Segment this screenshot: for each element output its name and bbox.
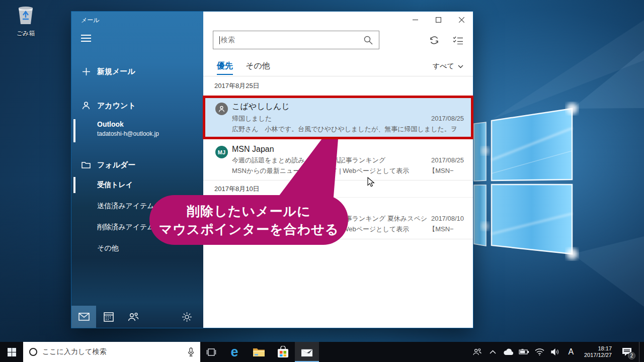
maximize-button[interactable] [427, 12, 450, 28]
date-group-header: 2017年8月25日 [203, 76, 473, 96]
close-button[interactable] [450, 12, 473, 28]
chevron-down-icon [458, 65, 463, 68]
clock-date: 2017/12/27 [584, 352, 612, 358]
folder-icon [81, 161, 91, 169]
sync-icon [429, 35, 439, 45]
onedrive-cloud-icon[interactable] [503, 342, 514, 362]
folders-section-header[interactable]: フォルダー [71, 157, 203, 172]
search-placeholder: 検索 [221, 36, 235, 45]
window-controls [404, 12, 473, 28]
task-view-button[interactable] [200, 342, 222, 362]
clock-time: 18:17 [584, 345, 612, 352]
inbox-tabs: 優先 その他 すべて [203, 60, 473, 76]
message-list-pane: 検索 優先 その他 すべて [203, 12, 473, 328]
email-subject: 今週の話題をまとめ読み！MSN人気記事ランキング 夏休みスペシャル [232, 214, 427, 223]
people-tray-icon[interactable] [472, 342, 483, 362]
hamburger-menu-icon[interactable] [81, 35, 91, 42]
people-icon [127, 312, 139, 322]
accounts-section-header[interactable]: アカウント [71, 98, 203, 113]
email-subject: 帰国しました [232, 114, 272, 123]
system-tray: A 18:17 2017/12/27 2 [472, 342, 644, 362]
taskbar-search-placeholder: ここに入力して検索 [42, 347, 107, 356]
message-list: 2017年8月25日 こばやししんじ 帰国しました 2017/08/25 広野さ… [203, 76, 473, 328]
account-selected-indicator [73, 119, 75, 142]
taskbar-search-input[interactable]: ここに入力して検索 [23, 342, 200, 362]
recycle-bin-label: ごみ箱 [10, 29, 41, 38]
email-preview: MSNからの最新ニュース&トレンド | Webページとして表示 【MSN− [232, 225, 473, 234]
mail-sidebar: メール 新規メール アカウント Outlook tadatoshi-h@outl… [71, 12, 203, 328]
taskbar: ここに入力して検索 e [0, 342, 644, 362]
taskbar-edge-button[interactable]: e [222, 342, 247, 362]
person-icon [218, 105, 225, 113]
mail-icon [301, 347, 313, 357]
avatar [215, 103, 228, 115]
windows-logo-icon [8, 348, 16, 356]
calendar-icon [104, 312, 114, 322]
folder-selected-indicator [73, 177, 75, 193]
tab-focused[interactable]: 優先 [217, 61, 233, 75]
checklist-icon [453, 36, 463, 45]
email-date: 2017/08/10 [427, 215, 464, 222]
settings-button[interactable] [175, 306, 199, 328]
email-preview: 広野さん 小林です。台風でひやひやしましたが、無事に帰国しました。ヲ [232, 125, 473, 134]
taskbar-mail-button[interactable] [295, 342, 319, 362]
email-row-msn-1[interactable]: MJ MSN Japan 今週の話題をまとめ読み！MSN人気記事ランキング 20… [203, 139, 473, 180]
microphone-icon[interactable] [188, 347, 194, 357]
email-sender: MSN Japan [232, 198, 473, 212]
edge-icon: e [230, 344, 238, 360]
calendar-view-button[interactable] [96, 306, 121, 328]
email-date: 2017/08/25 [427, 156, 464, 164]
start-button[interactable] [0, 342, 23, 362]
email-subject: 今週の話題をまとめ読み！MSN人気記事ランキング [232, 156, 385, 165]
hidden-icons-chevron[interactable] [488, 342, 499, 362]
battery-icon[interactable] [519, 342, 530, 362]
mail-view-button[interactable] [71, 306, 96, 328]
notification-count-badge: 2 [628, 352, 635, 359]
action-center-button[interactable]: 2 [619, 342, 634, 362]
filter-all-dropdown[interactable]: すべて [433, 62, 463, 71]
gear-icon [182, 312, 192, 322]
account-item-outlook[interactable]: Outlook tadatoshi-h@outlook.jp [71, 118, 203, 143]
sidebar-folder-inbox[interactable]: 受信トレイ [71, 177, 203, 193]
date-group-header: 2017年8月10日 [203, 180, 473, 198]
plus-icon [81, 67, 91, 76]
wifi-icon[interactable] [534, 342, 545, 362]
task-view-icon [206, 348, 216, 356]
taskbar-clock[interactable]: 18:17 2017/12/27 [581, 345, 615, 358]
volume-icon[interactable] [550, 342, 561, 362]
taskbar-store-button[interactable] [271, 342, 295, 362]
app-title: メール [81, 16, 100, 25]
show-desktop-button[interactable] [639, 342, 642, 362]
mail-app-window: メール 新規メール アカウント Outlook tadatoshi-h@outl… [71, 11, 473, 328]
store-icon [277, 346, 289, 358]
minimize-button[interactable] [404, 12, 427, 28]
cortana-icon [29, 348, 37, 356]
search-input[interactable]: 検索 [213, 31, 379, 49]
tab-other[interactable]: その他 [246, 61, 270, 71]
person-icon [81, 101, 91, 110]
email-date: 2017/08/25 [427, 115, 464, 122]
avatar: MJ [215, 204, 228, 217]
email-row-kobayashi[interactable]: こばやししんじ 帰国しました 2017/08/25 広野さん 小林です。台風でひ… [203, 96, 473, 139]
email-row-msn-2[interactable]: MJ MSN Japan 今週の話題をまとめ読み！MSN人気記事ランキング 夏休… [203, 198, 473, 239]
sidebar-bottom-bar [71, 306, 203, 328]
desktop: ごみ箱 メール 新規メール アカウント Outl [0, 0, 644, 362]
text-caret [219, 36, 220, 44]
ime-language-indicator[interactable]: A [566, 342, 577, 362]
email-sender: こばやししんじ [232, 96, 473, 112]
email-sender: MSN Japan [232, 139, 473, 154]
recycle-bin-glyph [15, 4, 37, 26]
sidebar-folder-more[interactable]: その他 [71, 241, 203, 256]
selection-mode-button[interactable] [450, 33, 465, 47]
new-mail-button[interactable]: 新規メール [71, 64, 203, 79]
file-explorer-icon [253, 347, 265, 357]
people-view-button[interactable] [121, 306, 145, 328]
avatar: MJ [215, 146, 228, 158]
recycle-bin-icon[interactable]: ごみ箱 [10, 4, 41, 38]
taskbar-explorer-button[interactable] [247, 342, 271, 362]
sidebar-folder-sent[interactable]: 送信済みアイテム [71, 199, 203, 214]
sidebar-folder-deleted[interactable]: 削除済みアイテム [71, 220, 203, 235]
sync-button[interactable] [427, 33, 442, 47]
search-icon [363, 35, 373, 45]
mail-icon [78, 313, 90, 321]
